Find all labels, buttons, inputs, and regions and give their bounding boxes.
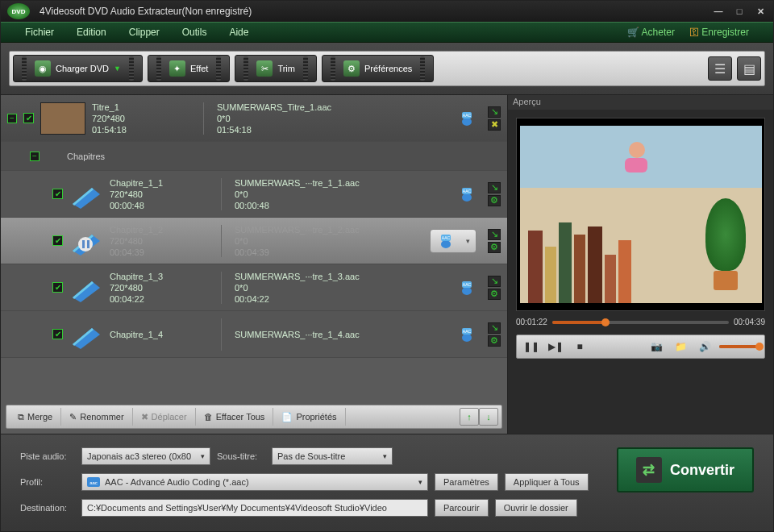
chapter-res: 720*480 xyxy=(110,189,214,200)
menu-edit[interactable]: Edition xyxy=(77,27,106,38)
svg-point-18 xyxy=(462,287,472,295)
open-dest-button[interactable]: Ouvrir le dossier xyxy=(495,499,577,517)
scissors-icon: ✂ xyxy=(256,60,273,77)
apply-all-button[interactable]: Appliquer à Tous xyxy=(505,473,589,491)
pencil-icon: ✎ xyxy=(69,412,77,422)
rename-button[interactable]: ✎Renommer xyxy=(61,408,132,426)
checkbox[interactable]: ✔ xyxy=(52,329,63,339)
list-view-button[interactable]: ☰ xyxy=(708,56,732,81)
checkbox[interactable]: ✔ xyxy=(23,113,34,123)
remove-mini-button[interactable]: ✖ xyxy=(488,119,501,131)
buy-link[interactable]: 🛒 Acheter xyxy=(627,27,675,38)
svg-point-5 xyxy=(462,193,472,202)
format-dropdown[interactable]: AAC ▾ xyxy=(430,229,476,253)
step-button[interactable]: ▶❚ xyxy=(546,339,565,355)
subtitle-select[interactable]: Pas de Sous-titre▾ xyxy=(272,447,393,465)
trim-button[interactable]: ✂ Trim xyxy=(235,55,317,82)
chapter-res: 720*480 xyxy=(110,235,214,247)
menu-help[interactable]: Aide xyxy=(229,27,248,38)
merge-button[interactable]: ⧉Merge xyxy=(10,408,61,426)
chapter-row[interactable]: ✔ Chapitre_1_1 720*480 00:00:48 SUMMERWA… xyxy=(1,171,507,218)
chapter-row[interactable]: ✔ Chapitre_1_3 720*480 00:04:22 SUMMERWA… xyxy=(1,264,507,311)
preferences-button[interactable]: ⚙ Préférences xyxy=(322,55,434,82)
chapter-output: SUMMERWARS_···tre_1_3.aac xyxy=(235,271,451,282)
chapter-row[interactable]: ✔ Chapitre_1_2 720*480 00:04:39 SUMMERWA… xyxy=(1,218,507,264)
browse-button[interactable]: Parcourir xyxy=(435,499,489,517)
timeline: 00:01:22 00:04:39 xyxy=(508,314,773,330)
audio-track-label: Piste audio: xyxy=(20,451,75,461)
chapters-header[interactable]: − Chapitres xyxy=(1,142,507,171)
chapter-name: Chapitre_1_3 xyxy=(110,271,214,282)
seek-slider[interactable] xyxy=(552,321,729,324)
properties-icon: 📄 xyxy=(281,412,293,422)
minimize-button[interactable]: — xyxy=(712,6,725,17)
video-thumbnail xyxy=(40,102,85,135)
expand-toggle[interactable]: − xyxy=(30,152,40,161)
effect-button[interactable]: ✦ Effet xyxy=(148,55,230,82)
volume-icon[interactable]: 🔊 xyxy=(695,339,714,355)
edit-mini-button[interactable]: ↘ xyxy=(488,276,501,287)
settings-button[interactable]: Paramètres xyxy=(435,473,498,491)
checkbox[interactable]: ✔ xyxy=(52,189,63,199)
title-name: Titre_1 xyxy=(92,102,197,113)
edit-mini-button[interactable]: ↘ xyxy=(488,322,501,334)
stop-button[interactable]: ■ xyxy=(570,339,589,355)
grid-view-button[interactable]: ▤ xyxy=(737,56,761,81)
settings-mini-button[interactable]: ⚙ xyxy=(488,242,501,253)
edit-mini-button[interactable]: ↘ xyxy=(488,182,501,193)
svg-text:AAC: AAC xyxy=(463,113,472,118)
aac-format-icon: AAC xyxy=(457,280,476,296)
profile-select[interactable]: aac AAC - Advancé Audio Coding (*.aac)▾ xyxy=(81,473,428,491)
load-dvd-button[interactable]: ◉ Charger DVD ▼ xyxy=(13,55,143,82)
menu-file[interactable]: Fichier xyxy=(25,27,54,38)
open-folder-button[interactable]: 📁 xyxy=(671,339,690,355)
file-icon xyxy=(69,227,103,256)
menu-tools[interactable]: Outils xyxy=(182,27,207,38)
window-title: 4Videosoft DVD Audio Extracteur(Non enre… xyxy=(40,6,712,17)
menu-clip[interactable]: Clipper xyxy=(129,27,160,38)
register-link[interactable]: ⚿ Enregistrer xyxy=(689,27,749,38)
edit-mini-button[interactable]: ↘ xyxy=(488,229,501,240)
chapter-outres: 0*0 xyxy=(235,282,451,293)
checkbox[interactable]: ✔ xyxy=(52,282,63,293)
svg-text:AAC: AAC xyxy=(463,189,472,193)
chapter-res: 720*480 xyxy=(110,282,214,293)
convert-icon: ⇄ xyxy=(636,457,662,483)
volume-slider[interactable] xyxy=(719,345,759,348)
settings-mini-button[interactable]: ⚙ xyxy=(488,335,501,347)
move-button[interactable]: ✖Déplacer xyxy=(133,408,196,426)
snapshot-button[interactable]: 📷 xyxy=(647,339,666,355)
title-row[interactable]: − ✔ Titre_1 720*480 01:54:18 SUMMERWARS_… xyxy=(1,95,507,142)
maximize-button[interactable]: □ xyxy=(733,6,746,17)
pause-button[interactable]: ❚❚ xyxy=(522,339,541,355)
file-icon xyxy=(69,273,103,302)
audio-track-select[interactable]: Japonais ac3 stereo (0x80▾ xyxy=(81,447,210,465)
merge-icon: ⧉ xyxy=(18,412,24,422)
close-button[interactable]: ✕ xyxy=(754,6,767,17)
svg-marker-16 xyxy=(73,281,100,302)
checkbox[interactable]: ✔ xyxy=(52,235,63,246)
chapter-output: SUMMERWARS_···tre_1_4.aac xyxy=(235,329,451,340)
properties-button[interactable]: 📄Propriétés xyxy=(273,408,345,426)
clear-all-button[interactable]: 🗑Effacer Tous xyxy=(196,408,274,426)
destination-field[interactable]: C:¥Documents and Settings¥User¥My Docume… xyxy=(81,499,428,517)
trash-icon: 🗑 xyxy=(204,412,213,422)
settings-mini-button[interactable]: ⚙ xyxy=(488,195,501,206)
time-total: 00:04:39 xyxy=(734,318,765,326)
svg-point-0 xyxy=(462,118,472,126)
chapter-row[interactable]: ✔ Chapitre_1_4 SUMMERWARS_···tre_1_4.aac… xyxy=(1,311,507,358)
move-up-button[interactable]: ↑ xyxy=(460,408,479,426)
chapter-name: Chapitre_1_1 xyxy=(110,177,214,189)
preview-frame xyxy=(520,126,762,303)
preview-panel: Aperçu xyxy=(507,95,773,434)
move-down-button[interactable]: ↓ xyxy=(479,408,498,426)
title-outres: 0*0 xyxy=(217,113,451,124)
time-current: 00:01:22 xyxy=(516,318,547,326)
file-list-panel: − ✔ Titre_1 720*480 01:54:18 SUMMERWARS_… xyxy=(1,95,507,434)
gear-icon: ⚙ xyxy=(343,60,360,77)
settings-mini-button[interactable]: ⚙ xyxy=(488,289,501,300)
convert-button[interactable]: ⇄ Convertir xyxy=(617,447,754,493)
menubar: Fichier Edition Clipper Outils Aide 🛒 Ac… xyxy=(1,22,773,43)
edit-mini-button[interactable]: ↘ xyxy=(488,106,501,118)
expand-toggle[interactable]: − xyxy=(7,114,17,123)
